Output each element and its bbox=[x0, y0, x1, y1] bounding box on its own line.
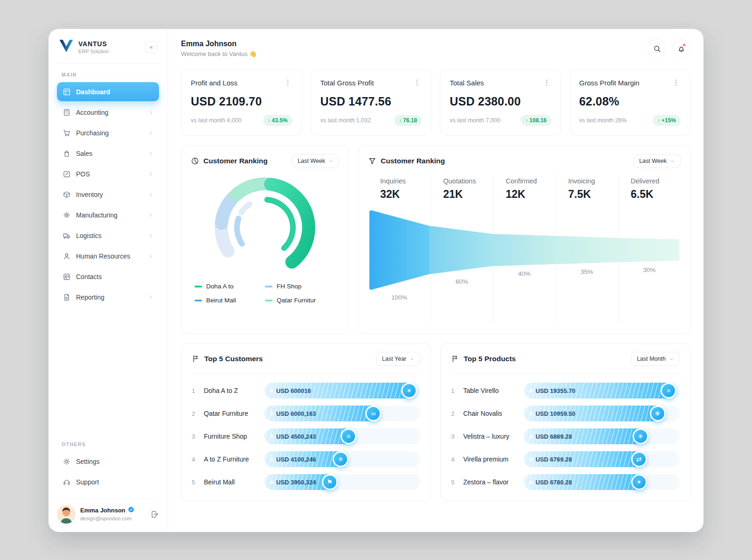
kpi-delta-badge: 76.18 bbox=[394, 115, 422, 126]
row-badge-icon: ✳ bbox=[333, 451, 348, 467]
sidebar-item-human-resources[interactable]: Human Resources bbox=[57, 246, 159, 266]
row-badge-icon: ❄ bbox=[650, 406, 666, 421]
bar-value: USD 4100,246 bbox=[271, 451, 316, 467]
list-item: 4 Virella premium ⇄ USD 6769.28 bbox=[451, 451, 680, 468]
verified-badge-icon bbox=[128, 506, 134, 515]
logout-button[interactable] bbox=[151, 510, 159, 518]
legend-swatch bbox=[195, 300, 202, 301]
bar-track: ⇄ USD 6769.28 bbox=[524, 451, 680, 467]
svg-text:100%: 100% bbox=[391, 294, 407, 301]
kpi-title: Total Sales bbox=[450, 79, 484, 87]
bar-track: ❄ USD 10959.50 bbox=[524, 406, 680, 421]
kpi-compare: vs last month 1,032 bbox=[320, 117, 371, 124]
search-icon bbox=[653, 44, 661, 53]
sidebar-section-others: OTHERS bbox=[62, 441, 154, 447]
list-item: 4 A to Z Furniture ✳ USD 4100,246 bbox=[192, 451, 420, 468]
sidebar-item-settings[interactable]: Settings bbox=[57, 452, 159, 471]
welcome-subtitle: Welcome back to Vantus 👋 bbox=[181, 50, 257, 57]
sidebar-item-inventory[interactable]: Inventory bbox=[57, 185, 159, 204]
middle-row: Customer Ranking Last Week Doha A to bbox=[181, 145, 690, 334]
legend-swatch bbox=[265, 286, 272, 287]
bullet-dot-icon bbox=[271, 390, 273, 392]
chevron-down-icon bbox=[410, 357, 415, 362]
kpi-card-gross-profit-margin: Gross Profit Margin 62.08% vs last month… bbox=[570, 69, 691, 136]
svg-text:40%: 40% bbox=[518, 270, 531, 277]
sidebar-item-pos[interactable]: POS bbox=[57, 164, 159, 183]
calculator-icon bbox=[63, 108, 71, 117]
card-title: Top 5 Customers bbox=[204, 355, 263, 363]
bar-value: USD 6000,163 bbox=[271, 406, 316, 421]
legend-item: Qatar Furnitur bbox=[265, 297, 335, 304]
trend-up-icon bbox=[399, 117, 402, 124]
logout-icon bbox=[151, 510, 159, 518]
sidebar-item-support[interactable]: Support bbox=[57, 472, 159, 491]
kebab-menu-button[interactable] bbox=[671, 78, 681, 87]
id-card-icon bbox=[63, 273, 71, 281]
notifications-button[interactable] bbox=[672, 39, 690, 58]
vantus-logo-icon bbox=[59, 39, 74, 55]
row-badge-icon: ⇄ bbox=[631, 451, 647, 467]
top-customers-list: 1 Doha A to Z ✶ USD 600016 2 Qatar bbox=[192, 382, 420, 490]
user-name: Emma Johnson bbox=[80, 507, 125, 514]
row-badge-icon: ✳ bbox=[633, 428, 648, 444]
sidebar-item-sales[interactable]: Sales bbox=[57, 144, 159, 163]
pos-edit-icon bbox=[63, 170, 71, 178]
bar-value: USD 10959.50 bbox=[530, 406, 575, 421]
sidebar-item-accounting[interactable]: Accounting bbox=[57, 103, 159, 122]
customers-period-dropdown[interactable]: Last Year bbox=[376, 352, 420, 366]
row-badge-icon: ≡ bbox=[341, 428, 356, 444]
svg-text:60%: 60% bbox=[456, 278, 468, 285]
bar-value: USD 600016 bbox=[271, 383, 311, 399]
gear-flower-icon bbox=[63, 211, 71, 219]
trend-up-icon bbox=[525, 117, 528, 124]
kebab-menu-button[interactable] bbox=[283, 78, 292, 87]
kebab-menu-button[interactable] bbox=[542, 78, 551, 87]
list-item: 2 Qatar Furniture ∞ USD 6000,163 bbox=[192, 405, 420, 422]
avatar bbox=[57, 505, 76, 524]
sidebar-item-dashboard[interactable]: Dashboard bbox=[57, 82, 159, 101]
bar-value: USD 6869.28 bbox=[530, 428, 572, 444]
bar-value: USD 6780.28 bbox=[530, 474, 572, 490]
sidebar-user-card: Emma Johnson design@opondoo.com bbox=[57, 498, 159, 524]
bar-track: ✳ USD 4100,246 bbox=[265, 451, 420, 467]
others-menu: Settings Support bbox=[57, 452, 159, 491]
sidebar-collapse-button[interactable] bbox=[145, 41, 157, 53]
card-title: Top 5 Products bbox=[464, 355, 516, 363]
chevron-down-icon bbox=[669, 357, 674, 362]
funnel-period-dropdown[interactable]: Last Week bbox=[634, 154, 681, 168]
bar-track: ≡ USD 4500,243 bbox=[265, 428, 420, 444]
products-period-dropdown[interactable]: Last Month bbox=[631, 352, 680, 366]
sidebar: VANTUS ERP Solution MAIN Dashboard Accou… bbox=[49, 29, 168, 532]
donut-period-dropdown[interactable]: Last Week bbox=[292, 154, 339, 168]
trend-up-icon bbox=[268, 117, 271, 124]
bullet-dot-icon bbox=[530, 458, 532, 461]
sidebar-item-manufacturing[interactable]: Manufacturing bbox=[57, 205, 159, 224]
bullet-dot-icon bbox=[271, 435, 273, 438]
sidebar-item-contacts[interactable]: Contacts bbox=[57, 267, 159, 286]
brand-area: VANTUS ERP Solution bbox=[57, 39, 159, 63]
kpi-title: Total Gross Profit bbox=[320, 79, 374, 87]
sidebar-item-purchasing[interactable]: Purchasing bbox=[57, 123, 159, 142]
chevron-right-icon bbox=[148, 110, 153, 115]
kpi-card-total-sales: Total Sales USD 2380.00 vs last month 7,… bbox=[440, 69, 561, 136]
legend-item: Doha A to bbox=[195, 283, 265, 290]
chevron-right-icon bbox=[148, 171, 153, 177]
sidebar-item-logistics[interactable]: Logistics bbox=[57, 226, 159, 245]
list-item: 3 Velistra – luxury ✳ USD 6869.28 bbox=[451, 428, 680, 445]
topbar: Emma Johnson Welcome back to Vantus 👋 bbox=[168, 29, 703, 65]
donut-chart bbox=[195, 170, 335, 282]
document-icon bbox=[63, 293, 71, 301]
search-button[interactable] bbox=[648, 39, 666, 58]
top-customers-card: Top 5 Customers Last Year 1 Doha A to Z bbox=[181, 343, 431, 501]
svg-text:30%: 30% bbox=[643, 266, 656, 273]
sidebar-section-main: MAIN bbox=[62, 72, 154, 77]
list-item: 3 Furniture Shop ≡ USD 4500,243 bbox=[192, 428, 420, 445]
bar-track: ∞ USD 6000,163 bbox=[265, 406, 420, 421]
chevron-right-icon bbox=[148, 192, 153, 197]
kpi-card-total-gross-profit: Total Gross Profit USD 1477.56 vs last m… bbox=[311, 69, 432, 136]
sidebar-item-reporting[interactable]: Reporting bbox=[57, 287, 159, 307]
brand-subtitle: ERP Solution bbox=[78, 49, 109, 54]
kebab-menu-button[interactable] bbox=[412, 78, 422, 87]
person-icon bbox=[63, 252, 71, 260]
bar-track: ✳ USD 6869.28 bbox=[524, 428, 680, 444]
